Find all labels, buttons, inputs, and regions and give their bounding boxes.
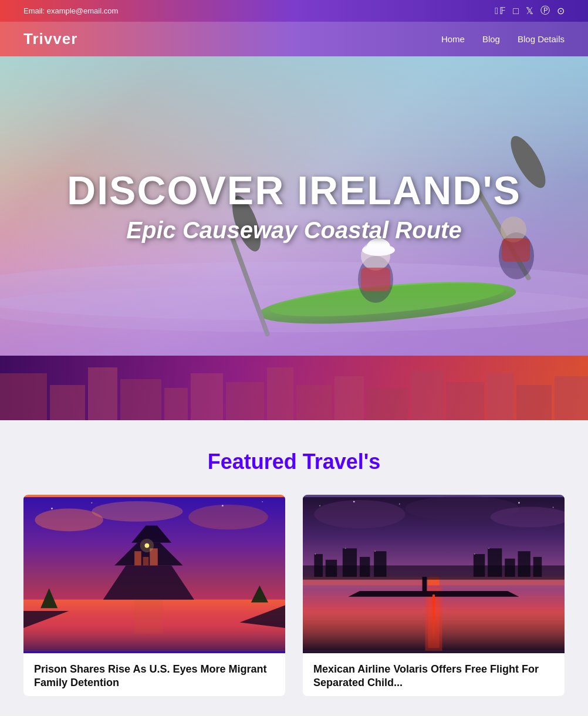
facebook-icon[interactable]:  𝔽 xyxy=(495,5,506,16)
svg-rect-43 xyxy=(143,557,149,566)
site-logo[interactable]: Trivver xyxy=(23,30,77,48)
svg-point-81 xyxy=(374,550,376,552)
svg-rect-30 xyxy=(446,382,484,420)
twitter-icon[interactable]: 𝕏 xyxy=(526,5,533,16)
svg-rect-66 xyxy=(428,588,439,648)
card-body-2: Mexican Airline Volaris Offers Free Flig… xyxy=(303,653,565,696)
nav-links: Home Blog Blog Details xyxy=(441,34,565,44)
featured-card-2: Mexican Airline Volaris Offers Free Flig… xyxy=(303,495,565,696)
svg-point-87 xyxy=(353,501,355,502)
svg-rect-20 xyxy=(88,367,117,420)
svg-rect-74 xyxy=(474,554,485,577)
svg-point-90 xyxy=(553,507,554,508)
svg-rect-69 xyxy=(314,554,323,577)
svg-point-36 xyxy=(92,501,183,522)
card2-svg xyxy=(303,495,565,653)
card-body-1: Prison Shares Rise As U.S. Eyes More Mig… xyxy=(23,653,285,696)
hero-subtitle: Epic Causeway Coastal Route xyxy=(59,217,529,244)
pinterest-icon[interactable]: Ⓟ xyxy=(540,5,550,17)
navbar: Trivver Home Blog Blog Details xyxy=(0,22,588,56)
top-bar: Email: example@email.com  𝔽 □ 𝕏 Ⓟ ⊙ xyxy=(0,0,588,22)
svg-rect-21 xyxy=(120,379,161,420)
hero-section: DISCOVER IRELAND'S Epic Causeway Coastal… xyxy=(0,56,588,356)
svg-point-46 xyxy=(140,539,154,552)
svg-rect-75 xyxy=(488,548,502,576)
svg-rect-18 xyxy=(0,373,47,420)
svg-rect-19 xyxy=(50,385,85,420)
svg-rect-28 xyxy=(367,388,408,420)
svg-rect-72 xyxy=(360,557,370,577)
instagram-icon[interactable]: □ xyxy=(513,6,519,16)
hero-title: DISCOVER IRELAND'S xyxy=(59,168,529,212)
globe-icon[interactable]: ⊙ xyxy=(557,5,565,16)
svg-rect-77 xyxy=(518,551,530,577)
svg-point-86 xyxy=(319,505,320,506)
svg-rect-29 xyxy=(411,370,443,420)
svg-point-51 xyxy=(262,501,263,502)
email-text: Email: example@email.com xyxy=(23,6,118,15)
svg-point-37 xyxy=(188,505,268,530)
nav-blog[interactable]: Blog xyxy=(482,34,500,44)
svg-rect-78 xyxy=(533,557,542,577)
svg-rect-42 xyxy=(134,551,141,565)
svg-rect-61 xyxy=(303,585,565,651)
featured-title: Featured Travel's xyxy=(23,450,565,474)
nav-home[interactable]: Home xyxy=(441,34,465,44)
card-image-2 xyxy=(303,495,565,653)
svg-rect-73 xyxy=(374,551,386,577)
svg-rect-27 xyxy=(334,376,364,420)
nav-blog-details[interactable]: Blog Details xyxy=(518,34,565,44)
featured-grid: Prison Shares Rise As U.S. Eyes More Mig… xyxy=(23,495,565,696)
svg-rect-24 xyxy=(226,382,264,420)
svg-rect-23 xyxy=(191,373,223,420)
card-title-2: Mexican Airline Volaris Offers Free Flig… xyxy=(313,663,554,690)
water-overlay xyxy=(0,238,588,356)
featured-section: Featured Travel's xyxy=(0,420,588,714)
hero-strip xyxy=(0,356,588,420)
svg-point-89 xyxy=(518,502,520,504)
card-title-1: Prison Shares Rise As U.S. Eyes More Mig… xyxy=(34,663,275,690)
svg-rect-32 xyxy=(516,385,552,420)
svg-rect-31 xyxy=(487,373,513,420)
svg-point-88 xyxy=(399,504,400,505)
svg-rect-76 xyxy=(505,559,515,577)
svg-point-82 xyxy=(474,553,475,555)
svg-point-48 xyxy=(51,508,53,509)
hero-text-block: DISCOVER IRELAND'S Epic Causeway Coastal… xyxy=(59,168,529,244)
card1-svg xyxy=(23,495,285,653)
svg-point-83 xyxy=(488,548,489,549)
strip-svg xyxy=(0,356,588,420)
social-icons-bar:  𝔽 □ 𝕏 Ⓟ ⊙ xyxy=(495,5,565,17)
svg-rect-33 xyxy=(555,376,588,420)
svg-rect-47 xyxy=(134,600,163,634)
svg-point-57 xyxy=(314,500,405,528)
svg-rect-22 xyxy=(164,388,188,420)
svg-point-80 xyxy=(345,548,346,549)
svg-rect-26 xyxy=(296,385,332,420)
svg-point-50 xyxy=(222,505,224,506)
svg-rect-70 xyxy=(326,560,337,577)
svg-rect-85 xyxy=(423,577,427,591)
svg-point-49 xyxy=(91,502,92,504)
featured-card-1: Prison Shares Rise As U.S. Eyes More Mig… xyxy=(23,495,285,696)
svg-point-79 xyxy=(315,553,316,555)
card-image-1 xyxy=(23,495,285,653)
svg-rect-71 xyxy=(343,548,357,576)
svg-rect-25 xyxy=(267,367,293,420)
svg-marker-84 xyxy=(349,591,519,597)
